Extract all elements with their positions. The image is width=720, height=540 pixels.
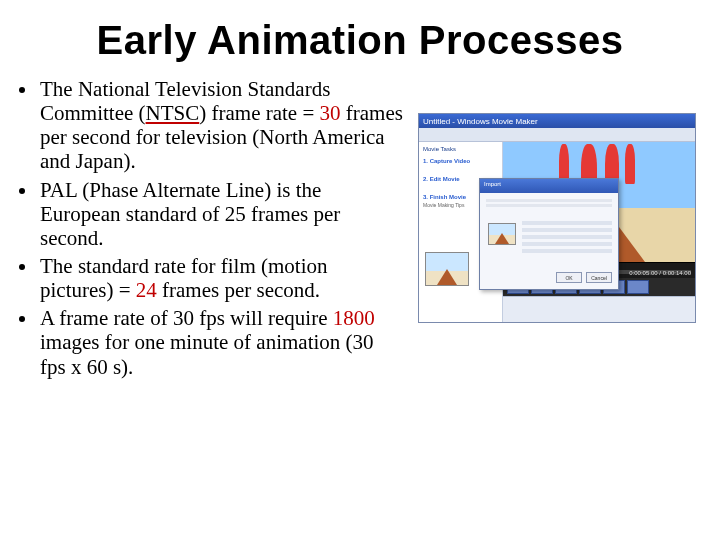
collection-thumb <box>425 252 469 286</box>
cancel-button: Cancel <box>586 272 612 283</box>
dialog-thumb <box>488 223 516 245</box>
app-titlebar: Untitled - Windows Movie Maker <box>419 114 695 128</box>
slide-title: Early Animation Processes <box>24 18 696 63</box>
timecode: 0:00:05.00 / 0:00:14.00 <box>629 270 691 276</box>
bullet-list: The National Television Standards Commit… <box>24 77 404 383</box>
modal-dialog: Import OK Cancel <box>479 178 619 290</box>
ok-button: OK <box>556 272 582 283</box>
dialog-title: Import <box>480 179 618 193</box>
bullet-item: A frame rate of 30 fps will require 1800… <box>38 306 404 378</box>
software-screenshot: Untitled - Windows Movie Maker Movie Tas… <box>418 113 696 323</box>
bullet-item: The standard rate for film (motion pictu… <box>38 254 404 302</box>
status-bar <box>503 296 695 322</box>
bullet-item: PAL (Phase Alternate Line) is the Europe… <box>38 178 404 250</box>
app-toolbar <box>419 128 695 142</box>
bullet-item: The National Television Standards Commit… <box>38 77 404 174</box>
